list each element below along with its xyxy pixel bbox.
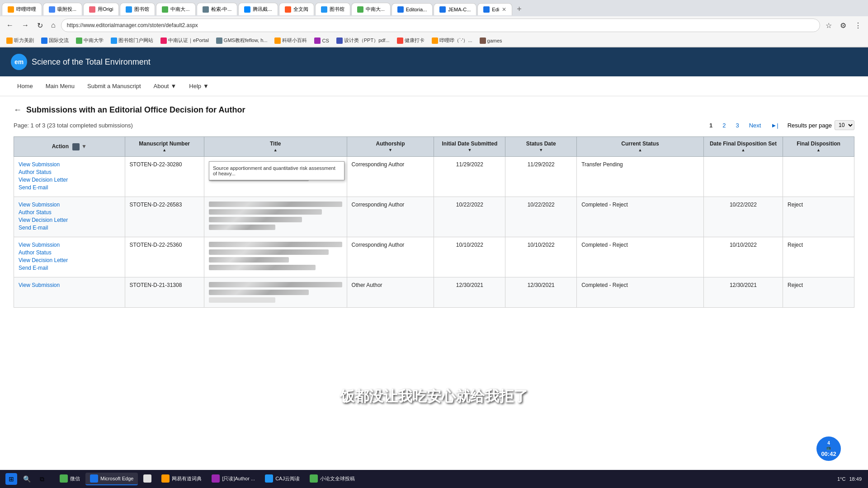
- bookmark-design[interactable]: 设计类（PPT）pdf...: [334, 36, 392, 45]
- new-tab-button[interactable]: +: [513, 5, 525, 14]
- td-initial-date-1: 11/29/2022: [434, 157, 505, 197]
- th-manuscript-label: Manuscript Number: [139, 141, 190, 148]
- last-page-button[interactable]: ►|: [767, 121, 782, 130]
- results-per-page: Results per page 10 25 50: [788, 120, 854, 130]
- td-final-disposition-2: Reject: [783, 197, 854, 237]
- send-email-link-3[interactable]: Send E-mail: [19, 265, 120, 271]
- manuscript-number-4: STOTEN-D-21-31308: [130, 282, 182, 288]
- sort-icon-manuscript[interactable]: ▲: [162, 148, 166, 153]
- reload-button[interactable]: ↻: [34, 20, 46, 31]
- back-arrow-icon[interactable]: ←: [14, 105, 22, 115]
- browser-tab-7[interactable]: 腾讯截...: [238, 3, 278, 15]
- sort-icon-authorship[interactable]: ▼: [388, 148, 392, 153]
- submissions-table: Action ▼ Manuscript Number ▲ Title ▲: [14, 136, 854, 308]
- results-per-page-select[interactable]: 10 25 50: [835, 120, 854, 130]
- nav-submit[interactable]: Submit a Manuscript: [81, 77, 147, 95]
- td-manuscript-3: STOTEN-D-22-25360: [125, 237, 204, 277]
- bookmark-kyan[interactable]: 科研小百科: [272, 36, 310, 45]
- tab-label: 吸附投...: [57, 6, 76, 13]
- td-current-status-2: Completed - Reject: [577, 197, 704, 237]
- bookmark-cs[interactable]: CS: [311, 37, 331, 45]
- bookmark-gms[interactable]: GMS教程feflow, h...: [213, 36, 270, 45]
- nav-help[interactable]: Help ▼: [183, 77, 215, 95]
- browser-tab-10[interactable]: 中南大...: [351, 3, 391, 15]
- tab-label: 图书馆: [330, 6, 344, 13]
- browser-tab-2[interactable]: 吸附投...: [43, 3, 82, 15]
- view-decision-letter-link-3[interactable]: View Decision Letter: [19, 257, 120, 263]
- sort-icon-initial-date[interactable]: ▼: [467, 148, 472, 153]
- bookmark-button[interactable]: ☆: [823, 20, 835, 31]
- menu-button[interactable]: ⋮: [852, 20, 864, 31]
- back-button[interactable]: ←: [4, 20, 16, 30]
- browser-tab-6[interactable]: 检索-中...: [197, 3, 238, 15]
- address-bar[interactable]: https://www.editorialmanager.com/stoten/…: [61, 19, 820, 32]
- bookmark-tingmei[interactable]: 听力美剧: [4, 36, 37, 45]
- author-status-link-2[interactable]: Author Status: [19, 209, 120, 216]
- th-action-label: Action: [52, 143, 69, 150]
- bookmark-eportal[interactable]: 中南认证｜ePortal: [158, 36, 212, 45]
- nav-main-menu[interactable]: Main Menu: [39, 77, 81, 95]
- bookmark-bili[interactable]: 哔哩哔（`·'）...: [429, 36, 475, 45]
- td-date-final-4: 12/30/2021: [703, 277, 783, 308]
- tab-favicon: [244, 6, 250, 13]
- date-final-2: 10/22/2022: [730, 202, 757, 208]
- th-date-final: Date Final Disposition Set ▲: [703, 137, 783, 157]
- sort-icon-title[interactable]: ▲: [274, 148, 278, 153]
- browser-tab-8[interactable]: 全文阅: [279, 3, 314, 15]
- view-decision-letter-link-1[interactable]: View Decision Letter: [19, 177, 120, 183]
- sort-icon-status-date[interactable]: ▼: [539, 148, 543, 153]
- nav-about[interactable]: About ▼: [147, 77, 183, 95]
- browser-tab-4[interactable]: 图书馆: [120, 3, 155, 15]
- site-logo: em Science of the Total Environment: [11, 54, 151, 70]
- send-email-link-2[interactable]: Send E-mail: [19, 225, 120, 231]
- tab-label: 中南大...: [170, 6, 189, 13]
- td-initial-date-4: 12/30/2021: [434, 277, 505, 308]
- forward-button[interactable]: →: [19, 20, 32, 30]
- bookmark-intl[interactable]: 国际交流: [38, 36, 71, 45]
- browser-tab-11[interactable]: Editoria...: [392, 3, 433, 15]
- bookmark-library[interactable]: 图书馆门户网站: [108, 36, 156, 45]
- next-button[interactable]: Next: [745, 121, 765, 130]
- page-btn-2[interactable]: 2: [719, 121, 729, 130]
- tab-label: 全文阅: [293, 6, 308, 13]
- sort-icon-date-final[interactable]: ▲: [741, 148, 745, 153]
- browser-tab-9[interactable]: 图书馆: [315, 3, 350, 15]
- current-status-2: Completed - Reject: [581, 202, 628, 208]
- date-final-4: 12/30/2021: [730, 282, 757, 288]
- site-title: Science of the Total Environment: [32, 57, 151, 67]
- browser-tab-5[interactable]: 中南大...: [156, 3, 195, 15]
- extensions-button[interactable]: ⚙: [837, 20, 849, 31]
- view-submission-link-2[interactable]: View Submission: [19, 202, 120, 208]
- table-header-row: Action ▼ Manuscript Number ▲ Title ▲: [14, 137, 854, 157]
- tab-favicon: [397, 6, 404, 13]
- nav-home[interactable]: Home: [11, 77, 39, 95]
- browser-tab-3[interactable]: 用Origi: [83, 3, 119, 15]
- browser-tab-bili[interactable]: 哔哩哔哩: [2, 3, 42, 15]
- browser-tab-12[interactable]: JEMA-C...: [434, 3, 476, 15]
- home-button[interactable]: ⌂: [48, 20, 58, 30]
- tab-label: 图书馆: [134, 6, 149, 13]
- author-status-link-1[interactable]: Author Status: [19, 169, 120, 175]
- send-email-link-1[interactable]: Send E-mail: [19, 184, 120, 191]
- sort-icon-current-status[interactable]: ▲: [638, 148, 642, 153]
- td-date-final-2: 10/22/2022: [703, 197, 783, 237]
- tab-close-icon[interactable]: ✕: [502, 6, 506, 13]
- bookmark-zhongnan[interactable]: 中南大学: [73, 36, 106, 45]
- view-decision-letter-link-2[interactable]: View Decision Letter: [19, 217, 120, 223]
- page-btn-1[interactable]: 1: [706, 121, 716, 130]
- author-status-link-3[interactable]: Author Status: [19, 249, 120, 256]
- sort-icon-final-disposition[interactable]: ▲: [816, 148, 821, 153]
- bookmark-games[interactable]: games: [477, 37, 505, 45]
- view-submission-link-4[interactable]: View Submission: [19, 282, 120, 288]
- tab-favicon: [126, 6, 132, 13]
- filter-icon[interactable]: ▼: [81, 143, 87, 150]
- view-submission-link-3[interactable]: View Submission: [19, 242, 120, 248]
- tab-favicon: [357, 6, 363, 13]
- th-final-disposition: Final Disposition ▲: [783, 137, 854, 157]
- bookmark-health[interactable]: 健康打卡: [394, 36, 427, 45]
- td-manuscript-1: STOTEN-D-22-30280: [125, 157, 204, 197]
- browser-tab-active[interactable]: Edi ✕: [477, 3, 512, 15]
- view-submission-link-1[interactable]: View Submission: [19, 161, 120, 168]
- page-btn-3[interactable]: 3: [732, 121, 743, 130]
- tab-favicon: [162, 6, 168, 13]
